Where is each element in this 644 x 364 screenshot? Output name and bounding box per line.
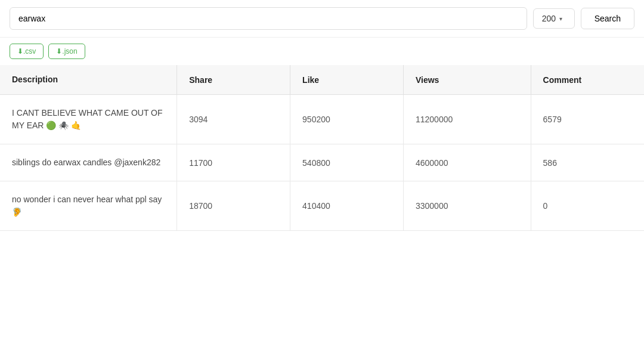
col-header-like: Like bbox=[290, 65, 404, 95]
cell-comment: 0 bbox=[531, 181, 644, 231]
table-header-row: Description Share Like Views Comment bbox=[0, 65, 644, 95]
cell-share: 18700 bbox=[177, 181, 290, 231]
chevron-down-icon: ▾ bbox=[559, 16, 562, 22]
top-bar: 200 ▾ Search bbox=[0, 0, 644, 38]
cell-views: 11200000 bbox=[403, 95, 531, 144]
table-row: I CANT BELIEVE WHAT CAME OUT OF MY EAR 🟢… bbox=[0, 95, 644, 144]
cell-like: 410400 bbox=[290, 181, 404, 231]
action-bar: ⬇.csv ⬇.json bbox=[0, 38, 644, 65]
col-header-comment: Comment bbox=[531, 65, 644, 95]
cell-description: I CANT BELIEVE WHAT CAME OUT OF MY EAR 🟢… bbox=[0, 95, 177, 144]
count-selector[interactable]: 200 ▾ bbox=[533, 8, 575, 29]
cell-share: 3094 bbox=[177, 95, 290, 144]
results-table: Description Share Like Views Comment I C… bbox=[0, 65, 644, 231]
table-row: siblings do earwax candles @jaxenk282117… bbox=[0, 144, 644, 181]
cell-description: no wonder i can never hear what ppl say … bbox=[0, 181, 177, 231]
col-header-share: Share bbox=[177, 65, 290, 95]
search-input[interactable] bbox=[10, 7, 527, 30]
export-json-button[interactable]: ⬇.json bbox=[48, 44, 85, 59]
search-button[interactable]: Search bbox=[581, 8, 634, 29]
cell-description: siblings do earwax candles @jaxenk282 bbox=[0, 144, 177, 181]
col-header-description: Description bbox=[0, 65, 177, 95]
table-row: no wonder i can never hear what ppl say … bbox=[0, 181, 644, 231]
cell-views: 3300000 bbox=[403, 181, 531, 231]
cell-share: 11700 bbox=[177, 144, 290, 181]
cell-comment: 6579 bbox=[531, 95, 644, 144]
cell-views: 4600000 bbox=[403, 144, 531, 181]
export-csv-button[interactable]: ⬇.csv bbox=[10, 44, 44, 59]
cell-comment: 586 bbox=[531, 144, 644, 181]
cell-like: 540800 bbox=[290, 144, 404, 181]
data-table-container: Description Share Like Views Comment I C… bbox=[0, 65, 644, 231]
cell-like: 950200 bbox=[290, 95, 404, 144]
col-header-views: Views bbox=[403, 65, 531, 95]
count-value: 200 bbox=[542, 14, 556, 23]
